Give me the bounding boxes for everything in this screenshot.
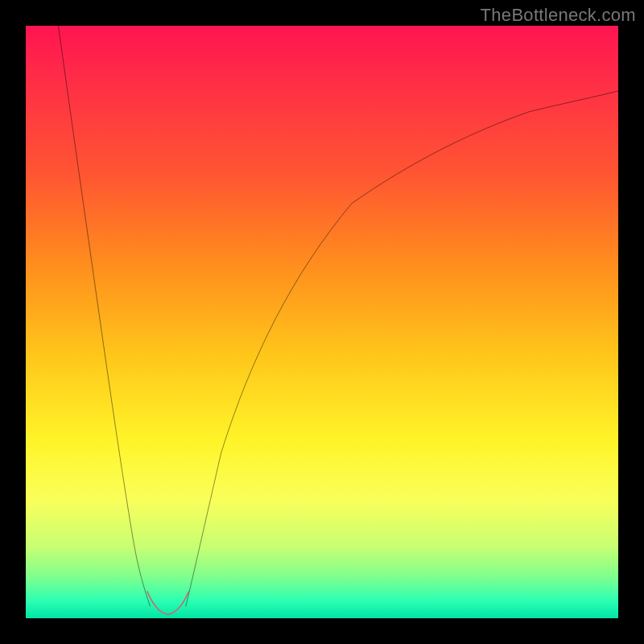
watermark-text: TheBottleneck.com bbox=[481, 5, 636, 26]
curve-valley-highlight bbox=[147, 592, 189, 615]
curve-right-branch bbox=[186, 91, 618, 606]
chart-plot-area bbox=[26, 26, 618, 618]
curve-left-branch bbox=[58, 26, 150, 606]
frame: TheBottleneck.com bbox=[0, 0, 644, 644]
